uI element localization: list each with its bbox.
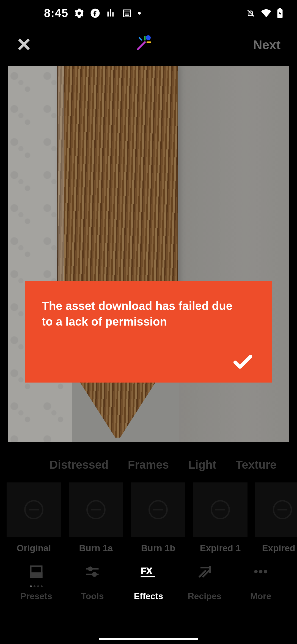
nav-label: Effects: [134, 591, 163, 601]
facebook-icon: [90, 8, 100, 18]
battery-charging-icon: [277, 8, 283, 18]
svg-point-30: [259, 570, 263, 574]
recipes-icon: [196, 563, 213, 580]
svg-rect-1: [108, 12, 109, 17]
thumb-image: [255, 482, 297, 537]
thumb-label: Expired 2: [262, 543, 297, 553]
svg-rect-9: [279, 8, 281, 9]
bottom-nav: Presets Tools FX Effects Recipes: [0, 563, 297, 608]
thumb-image: [7, 482, 61, 537]
svg-point-22: [93, 573, 96, 576]
nav-tools[interactable]: Tools: [65, 563, 120, 601]
svg-rect-3: [112, 12, 114, 17]
gear-bug-icon: [74, 8, 84, 18]
nav-label: Recipes: [188, 591, 222, 601]
effect-thumb-expired1[interactable]: Expired 1: [193, 482, 248, 553]
effect-thumb-burn1a[interactable]: Burn 1a: [69, 482, 123, 553]
image-preview[interactable]: [8, 66, 289, 442]
thumb-label: Burn 1a: [79, 543, 113, 553]
calendar-icon: [122, 8, 132, 18]
svg-text:FX: FX: [141, 566, 152, 576]
sliders-icon: [84, 563, 101, 580]
status-bar: 8:45: [0, 0, 297, 26]
svg-rect-18: [31, 573, 42, 577]
magic-wand-button[interactable]: [131, 34, 153, 56]
thumb-label: Original: [17, 543, 51, 553]
effect-thumb-expired2[interactable]: Expired 2: [255, 482, 297, 553]
audio-bars-icon: [106, 8, 116, 18]
next-button[interactable]: Next: [253, 37, 280, 52]
category-distressed[interactable]: Distressed: [50, 458, 109, 471]
effect-category-row[interactable]: Distressed Frames Light Texture: [0, 442, 297, 482]
thumb-label: Expired 1: [200, 543, 241, 553]
nav-recipes[interactable]: Recipes: [177, 563, 232, 601]
nav-label: More: [250, 591, 271, 601]
nav-effects[interactable]: FX Effects: [121, 563, 176, 601]
status-time: 8:45: [44, 7, 68, 20]
nav-label: Presets: [20, 591, 52, 601]
nav-more[interactable]: More: [233, 563, 288, 601]
svg-rect-2: [110, 9, 111, 17]
presets-dots: [30, 585, 43, 587]
svg-point-29: [254, 570, 258, 574]
more-notifications-dot: [138, 12, 141, 15]
nav-presets[interactable]: Presets: [9, 563, 64, 601]
thumb-label: Burn 1b: [141, 543, 175, 553]
presets-icon: [28, 563, 45, 580]
category-light[interactable]: Light: [188, 458, 216, 471]
nav-label: Tools: [81, 591, 104, 601]
home-indicator[interactable]: [99, 638, 198, 640]
error-message: The asset download has failed due to a l…: [42, 298, 240, 329]
editor-top-bar: Next: [0, 26, 297, 63]
wifi-icon: [260, 7, 272, 19]
svg-line-15: [139, 38, 142, 40]
thumb-image: [69, 482, 123, 537]
effect-thumb-burn1b[interactable]: Burn 1b: [131, 482, 185, 553]
effect-thumb-original[interactable]: Original: [7, 482, 61, 553]
thumb-image: [131, 482, 185, 537]
fx-icon: FX: [140, 563, 157, 580]
category-texture[interactable]: Texture: [236, 458, 277, 471]
svg-point-20: [89, 567, 92, 571]
category-frames[interactable]: Frames: [128, 458, 169, 471]
thumb-image: [193, 482, 248, 537]
close-button[interactable]: [16, 37, 31, 53]
alert-confirm-button[interactable]: [233, 354, 252, 370]
bell-off-icon: [246, 8, 256, 18]
svg-point-31: [264, 570, 267, 574]
effect-thumbnail-row[interactable]: Original Burn 1a Burn 1b Expired 1 Expir…: [0, 482, 297, 553]
error-alert: The asset download has failed due to a l…: [25, 281, 272, 383]
svg-point-16: [146, 35, 151, 40]
svg-line-12: [138, 42, 145, 49]
more-icon: [252, 563, 269, 580]
